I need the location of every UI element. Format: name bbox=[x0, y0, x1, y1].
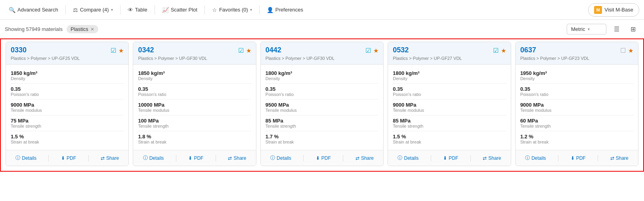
favorite-star-4[interactable]: ★ bbox=[628, 47, 633, 54]
favorite-star-0[interactable]: ★ bbox=[118, 47, 124, 54]
card-id-1: 0342 Plastics > Polymer > UP-GF30 VDL bbox=[138, 46, 207, 61]
favorite-star-2[interactable]: ★ bbox=[373, 47, 378, 54]
compare-checkbox-1[interactable]: ☑ bbox=[238, 47, 244, 54]
list-view-button[interactable]: ☰ bbox=[610, 23, 623, 35]
share-button-3[interactable]: ⇄ Share bbox=[480, 154, 503, 162]
compare-checkbox-3[interactable]: ☑ bbox=[493, 47, 499, 54]
share-button-2[interactable]: ⇄ Share bbox=[353, 154, 376, 162]
scatter-plot-icon: 📈 bbox=[162, 7, 169, 13]
footer-div-1-0 bbox=[48, 155, 49, 161]
strain-at-break-row-1: 1.8 % Strain at break bbox=[138, 131, 251, 147]
material-id-2[interactable]: 0442 bbox=[266, 46, 334, 54]
material-id-1[interactable]: 0342 bbox=[138, 46, 207, 54]
footer-div-1-3 bbox=[431, 155, 431, 161]
plastics-filter-tag[interactable]: Plastics ✕ bbox=[67, 25, 98, 33]
material-path-4: Plastics > Polymer > UP-GF23 VDL bbox=[520, 56, 589, 61]
tensile-modulus-value-3: 9000 MPa bbox=[393, 102, 506, 108]
details-icon-3: ⓘ bbox=[397, 155, 402, 161]
preferences-button[interactable]: 👤 Preferences bbox=[263, 4, 307, 15]
poisson-label-4: Poisson's ratio bbox=[520, 92, 633, 97]
poisson-value-0: 0.35 bbox=[11, 86, 124, 92]
card-body-2: 1800 kg/m³ Density 0.35 Poisson's ratio … bbox=[261, 65, 383, 150]
pdf-button-3[interactable]: ⬇ PDF bbox=[441, 154, 461, 162]
share-button-4[interactable]: ⇄ Share bbox=[608, 154, 631, 162]
strain-at-break-row-4: 1.2 % Strain at break bbox=[520, 131, 633, 147]
card-body-4: 1950 kg/m³ Density 0.35 Poisson's ratio … bbox=[516, 65, 638, 150]
density-row-4: 1950 kg/m³ Density bbox=[520, 68, 633, 84]
density-label-0: Density bbox=[11, 76, 124, 81]
density-value-3: 1800 kg/m³ bbox=[393, 70, 506, 76]
grid-view-button[interactable]: ⊞ bbox=[627, 23, 639, 35]
density-label-1: Density bbox=[138, 76, 251, 81]
tensile-strength-value-1: 100 MPa bbox=[138, 118, 251, 124]
density-label-2: Density bbox=[266, 76, 378, 81]
card-footer-1: ⓘ Details ⬇ PDF ⇄ Share bbox=[133, 150, 256, 166]
share-button-0[interactable]: ⇄ Share bbox=[98, 154, 121, 162]
tensile-strength-row-1: 100 MPa Tensile strength bbox=[138, 115, 251, 131]
advanced-search-button[interactable]: 🔍 Advanced Search bbox=[5, 4, 62, 15]
details-button-3[interactable]: ⓘ Details bbox=[395, 153, 421, 163]
details-button-1[interactable]: ⓘ Details bbox=[141, 153, 166, 163]
share-button-1[interactable]: ⇄ Share bbox=[225, 154, 248, 162]
poisson-label-0: Poisson's ratio bbox=[11, 92, 124, 97]
table-button[interactable]: 👁 Table bbox=[124, 4, 151, 15]
footer-div-2-3 bbox=[470, 155, 471, 161]
tensile-modulus-value-1: 10000 MPa bbox=[138, 102, 251, 108]
card-header-row-1: 0342 Plastics > Polymer > UP-GF30 VDL ☑ … bbox=[138, 46, 251, 61]
scatter-plot-button[interactable]: 📈 Scatter Plot bbox=[158, 4, 201, 15]
pdf-button-1[interactable]: ⬇ PDF bbox=[186, 154, 206, 162]
tensile-strength-row-3: 85 MPa Tensile strength bbox=[393, 115, 506, 131]
favorites-button[interactable]: ☆ Favorites (0) ▾ bbox=[208, 4, 256, 15]
pdf-button-0[interactable]: ⬇ PDF bbox=[59, 154, 78, 162]
footer-div-2-0 bbox=[88, 155, 89, 161]
tensile-strength-row-4: 60 MPa Tensile strength bbox=[520, 115, 633, 131]
tensile-modulus-row-1: 10000 MPa Tensile modulus bbox=[138, 100, 251, 115]
tensile-strength-label-0: Tensile strength bbox=[11, 124, 124, 128]
material-id-0[interactable]: 0330 bbox=[11, 46, 80, 54]
poisson-label-3: Poisson's ratio bbox=[393, 92, 506, 97]
pdf-label-1: PDF bbox=[194, 155, 203, 161]
tensile-strength-label-3: Tensile strength bbox=[393, 124, 506, 128]
visit-mbase-button[interactable]: M Visit M-Base bbox=[588, 3, 639, 17]
favorite-star-1[interactable]: ★ bbox=[246, 47, 251, 54]
search-icon: 🔍 bbox=[9, 7, 15, 13]
tensile-modulus-row-4: 9000 MPa Tensile modulus bbox=[520, 100, 633, 115]
pdf-button-4[interactable]: ⬇ PDF bbox=[568, 154, 588, 162]
pdf-button-2[interactable]: ⬇ PDF bbox=[313, 154, 333, 162]
tensile-modulus-label-2: Tensile modulus bbox=[266, 108, 378, 113]
poisson-value-2: 0.35 bbox=[266, 86, 378, 92]
favorite-star-3[interactable]: ★ bbox=[501, 47, 506, 54]
poisson-value-4: 0.35 bbox=[520, 86, 633, 92]
material-card-1: 0342 Plastics > Polymer > UP-GF30 VDL ☑ … bbox=[133, 42, 256, 166]
compare-checkbox-0[interactable]: ☑ bbox=[111, 47, 116, 54]
tensile-modulus-value-4: 9000 MPa bbox=[520, 102, 633, 108]
strain-at-break-value-2: 1.7 % bbox=[266, 134, 378, 140]
card-header-row-2: 0442 Plastics > Polymer > UP-GF30 VDL ☑ … bbox=[266, 46, 378, 61]
material-id-3[interactable]: 0532 bbox=[393, 46, 462, 54]
details-button-0[interactable]: ⓘ Details bbox=[13, 153, 39, 163]
share-label-3: Share bbox=[488, 155, 501, 161]
strain-at-break-label-0: Strain at break bbox=[11, 140, 124, 144]
strain-at-break-value-0: 1.5 % bbox=[11, 134, 124, 140]
details-button-4[interactable]: ⓘ Details bbox=[523, 153, 548, 163]
compare-dropdown-arrow: ▾ bbox=[111, 8, 113, 12]
metric-dropdown[interactable]: Metric ▾ bbox=[567, 24, 606, 34]
compare-checkbox-4[interactable]: ☐ bbox=[620, 47, 626, 54]
pdf-label-2: PDF bbox=[321, 155, 331, 161]
details-button-2[interactable]: ⓘ Details bbox=[268, 153, 294, 163]
cards-row: 0330 Plastics > Polymer > UP-GF25 VDL ☑ … bbox=[6, 42, 638, 166]
share-label-2: Share bbox=[361, 155, 374, 161]
compare-button[interactable]: ⚖ Compare (4) ▾ bbox=[69, 4, 117, 15]
filter-close-icon[interactable]: ✕ bbox=[90, 27, 94, 32]
compare-checkbox-2[interactable]: ☑ bbox=[365, 47, 371, 54]
material-card-4: 0637 Plastics > Polymer > UP-GF23 VDL ☐ … bbox=[515, 42, 638, 166]
nav-divider-1 bbox=[65, 5, 66, 15]
strain-at-break-row-0: 1.5 % Strain at break bbox=[11, 131, 124, 147]
share-label-1: Share bbox=[233, 155, 246, 161]
material-id-4[interactable]: 0637 bbox=[520, 46, 589, 54]
pdf-icon-2: ⬇ bbox=[316, 155, 320, 161]
density-row-3: 1800 kg/m³ Density bbox=[393, 68, 506, 84]
share-icon-2: ⇄ bbox=[355, 155, 359, 161]
tensile-modulus-label-3: Tensile modulus bbox=[393, 108, 506, 113]
mbase-badge: M bbox=[594, 6, 602, 14]
